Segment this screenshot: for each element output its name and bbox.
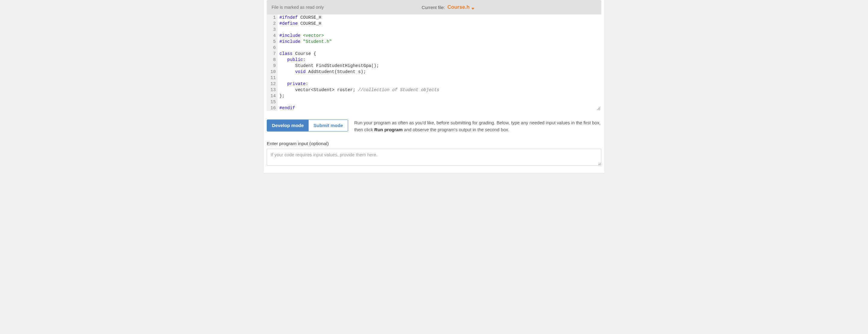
- editor-header: File is marked as read only Current file…: [267, 0, 601, 15]
- program-input-label: Enter program input (optional): [267, 141, 601, 146]
- develop-mode-button[interactable]: Develop mode: [267, 120, 309, 131]
- line-number: 1: [267, 15, 278, 21]
- code-line: 5#include "Student.h": [267, 38, 601, 45]
- current-file-label: Current file:: [422, 5, 445, 10]
- content-card: File is marked as read only Current file…: [264, 0, 604, 173]
- chevron-down-icon: [471, 5, 474, 11]
- line-number: 16: [267, 105, 278, 111]
- code-line: 13 vector<Student> roster; //collection …: [267, 87, 601, 93]
- line-number: 2: [267, 21, 278, 27]
- program-input-section: Enter program input (optional): [267, 141, 601, 167]
- line-content: #include "Student.h": [278, 38, 601, 45]
- submit-mode-button[interactable]: Submit mode: [309, 120, 348, 131]
- mode-row: Develop mode Submit mode Run your progra…: [267, 119, 601, 133]
- current-file-selector[interactable]: Current file: Course.h: [422, 4, 474, 10]
- code-line: 2#define COURSE_H: [267, 21, 601, 27]
- code-line: 15: [267, 99, 601, 105]
- resize-handle-icon[interactable]: [597, 107, 600, 110]
- line-content: private:: [278, 81, 601, 87]
- code-line: 1#ifndef COURSE_H: [267, 15, 601, 21]
- line-number: 12: [267, 81, 278, 87]
- line-number: 14: [267, 93, 278, 99]
- line-content: public:: [278, 57, 601, 63]
- readonly-label: File is marked as read only: [272, 5, 324, 10]
- code-line: 12 private:: [267, 81, 601, 87]
- line-content: #ifndef COURSE_H: [278, 15, 601, 21]
- line-content: [278, 75, 601, 81]
- code-line: 9 Student FindStudentHighestGpa();: [267, 63, 601, 69]
- line-number: 3: [267, 27, 278, 33]
- code-line: 3: [267, 27, 601, 33]
- line-content: void AddStudent(Student s);: [278, 69, 601, 75]
- line-number: 4: [267, 33, 278, 38]
- mode-help-post: and observe the program's output in the …: [403, 127, 509, 132]
- code-line: 10 void AddStudent(Student s);: [267, 69, 601, 75]
- line-number: 11: [267, 75, 278, 81]
- line-content: class Course {: [278, 51, 601, 57]
- line-content: [278, 99, 601, 105]
- code-line: 16#endif: [267, 105, 601, 111]
- line-number: 15: [267, 99, 278, 105]
- code-editor[interactable]: 1#ifndef COURSE_H2#define COURSE_H34#inc…: [267, 15, 601, 111]
- line-number: 7: [267, 51, 278, 57]
- line-content: };: [278, 93, 601, 99]
- line-content: [278, 27, 601, 33]
- line-content: Student FindStudentHighestGpa();: [278, 63, 601, 69]
- current-file-name: Course.h: [447, 4, 470, 10]
- line-content: #endif: [278, 105, 601, 111]
- code-line: 4#include <vector>: [267, 33, 601, 38]
- line-number: 6: [267, 45, 278, 51]
- line-content: #define COURSE_H: [278, 21, 601, 27]
- line-number: 5: [267, 38, 278, 45]
- mode-help-bold: Run program: [374, 127, 403, 132]
- line-number: 9: [267, 63, 278, 69]
- code-line: 8 public:: [267, 57, 601, 63]
- line-content: vector<Student> roster; //collection of …: [278, 87, 601, 93]
- line-number: 10: [267, 69, 278, 75]
- editor-container: File is marked as read only Current file…: [267, 0, 601, 111]
- code-line: 7class Course {: [267, 51, 601, 57]
- line-number: 13: [267, 87, 278, 93]
- mode-help-text: Run your program as often as you'd like,…: [354, 119, 601, 133]
- code-line: 6: [267, 45, 601, 51]
- program-input-textarea[interactable]: [267, 149, 601, 166]
- line-content: #include <vector>: [278, 33, 601, 38]
- line-content: [278, 45, 601, 51]
- line-number: 8: [267, 57, 278, 63]
- code-line: 14};: [267, 93, 601, 99]
- mode-toggle: Develop mode Submit mode: [267, 119, 348, 132]
- code-line: 11: [267, 75, 601, 81]
